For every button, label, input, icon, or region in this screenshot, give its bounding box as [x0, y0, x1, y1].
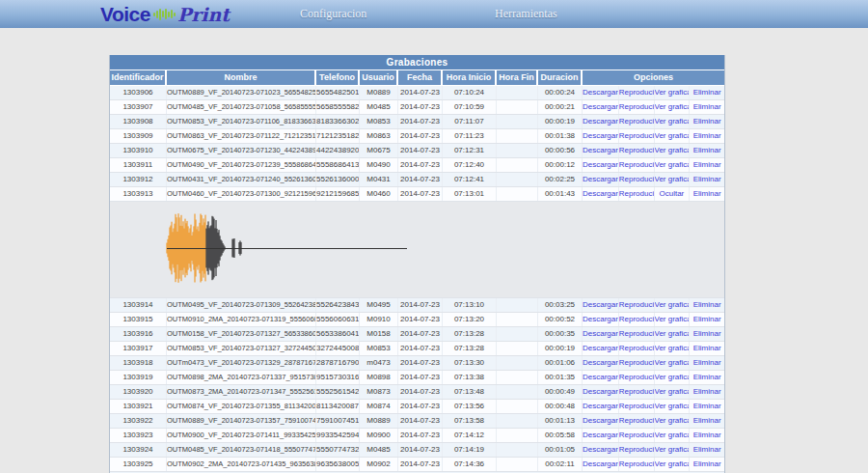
- reproducir-link[interactable]: Reproducir: [618, 158, 654, 172]
- reproducir-link[interactable]: Reproducir: [618, 429, 654, 442]
- reproducir-link[interactable]: Reproducir: [618, 129, 654, 143]
- ver-grafica-link[interactable]: Ver grafica: [654, 356, 690, 370]
- cell-nombre: OUTM0874_VF_20140723-071355_8113420087: [167, 400, 316, 413]
- eliminar-link[interactable]: Eliminar: [689, 327, 724, 341]
- table-row: 1303916OUTM0158_VF_20140723-071327_56533…: [110, 327, 724, 342]
- eliminar-link[interactable]: Eliminar: [689, 414, 724, 428]
- descargar-link[interactable]: Descargar: [583, 443, 618, 457]
- ver-grafica-link[interactable]: Ver grafica: [654, 414, 690, 428]
- ver-grafica-link[interactable]: Ver grafica: [654, 158, 690, 172]
- cell-hora-inicio: 07:13:28: [443, 342, 497, 355]
- cell-usuario: M0889: [360, 414, 398, 428]
- cell-duracion: 00:00:19: [538, 115, 583, 128]
- reproducir-link[interactable]: Reproducir: [618, 443, 654, 457]
- ver-grafica-link[interactable]: Ver grafica: [654, 385, 690, 399]
- reproducir-link[interactable]: Reproducir: [618, 458, 654, 471]
- cell-usuario: M0490: [360, 158, 398, 172]
- nav-item-configuracion[interactable]: Configuracion: [300, 7, 366, 21]
- descargar-link[interactable]: Descargar: [583, 385, 618, 399]
- reproducir-link[interactable]: Reproducir: [618, 400, 654, 413]
- ver-grafica-link[interactable]: Ver grafica: [654, 144, 690, 157]
- cell-telefono: 5556060631: [316, 313, 360, 326]
- ver-grafica-link[interactable]: Ver grafica: [654, 173, 690, 186]
- waveform-graphic: [110, 202, 724, 297]
- eliminar-link[interactable]: Eliminar: [689, 443, 724, 457]
- eliminar-link[interactable]: Eliminar: [689, 144, 724, 157]
- descargar-link[interactable]: Descargar: [583, 342, 618, 355]
- descargar-link[interactable]: Descargar: [583, 298, 618, 312]
- descargar-link[interactable]: Descargar: [583, 313, 618, 326]
- reproducir-link[interactable]: Reproducir: [618, 371, 654, 384]
- eliminar-link[interactable]: Eliminar: [689, 356, 724, 370]
- descargar-link[interactable]: Descargar: [583, 458, 618, 471]
- ver-grafica-link[interactable]: Ver grafica: [654, 400, 690, 413]
- eliminar-link[interactable]: Eliminar: [689, 342, 724, 355]
- descargar-link[interactable]: Descargar: [583, 327, 618, 341]
- descargar-link[interactable]: Descargar: [583, 86, 618, 99]
- ver-grafica-link[interactable]: Ver grafica: [654, 100, 690, 114]
- cell-hora-fin: [497, 385, 538, 399]
- reproducir-link[interactable]: Reproducir: [618, 385, 654, 399]
- cell-nombre: OUTM0898_2MA_20140723-071337_9515730316: [167, 371, 316, 384]
- reproducir-link[interactable]: Reproducir: [618, 313, 654, 326]
- nav-item-herramientas[interactable]: Herramientas: [495, 7, 557, 21]
- eliminar-link[interactable]: Eliminar: [689, 429, 724, 442]
- descargar-link[interactable]: Descargar: [583, 187, 618, 201]
- descargar-link[interactable]: Descargar: [583, 400, 618, 413]
- reproducir-link[interactable]: Reproducir: [618, 342, 654, 355]
- descargar-link[interactable]: Descargar: [583, 414, 618, 428]
- ver-grafica-link[interactable]: Ver grafica: [654, 129, 690, 143]
- eliminar-link[interactable]: Eliminar: [689, 385, 724, 399]
- ver-grafica-link[interactable]: Ver grafica: [654, 443, 690, 457]
- eliminar-link[interactable]: Eliminar: [689, 371, 724, 384]
- ver-grafica-link[interactable]: Ver grafica: [654, 327, 690, 341]
- eliminar-link[interactable]: Eliminar: [689, 129, 724, 143]
- eliminar-link[interactable]: Eliminar: [689, 313, 724, 326]
- column-header-nombre: Nombre: [167, 70, 316, 85]
- descargar-link[interactable]: Descargar: [583, 173, 618, 186]
- descargar-link[interactable]: Descargar: [583, 115, 618, 128]
- cell-fecha: 2014-07-23: [398, 385, 443, 399]
- descargar-link[interactable]: Descargar: [583, 144, 618, 157]
- cell-nombre: OUTM0889_VF_20140723-071357_7591007451: [167, 414, 316, 428]
- cell-hora-inicio: 07:12:40: [443, 158, 497, 172]
- eliminar-link[interactable]: Eliminar: [689, 86, 724, 99]
- reproducir-link[interactable]: Reproducir: [618, 327, 654, 341]
- reproducir-link[interactable]: Reproducir: [618, 100, 654, 114]
- reproducir-link[interactable]: Reproducir: [618, 298, 654, 312]
- descargar-link[interactable]: Descargar: [583, 158, 618, 172]
- ver-grafica-link[interactable]: Ver grafica: [654, 115, 690, 128]
- reproducir-link[interactable]: Reproducir: [618, 86, 654, 99]
- eliminar-link[interactable]: Eliminar: [689, 298, 724, 312]
- descargar-link[interactable]: Descargar: [583, 371, 618, 384]
- eliminar-link[interactable]: Eliminar: [689, 173, 724, 186]
- reproducir-link[interactable]: Reproducir: [618, 187, 654, 201]
- reproducir-link[interactable]: Reproducir: [618, 356, 654, 370]
- eliminar-link[interactable]: Eliminar: [689, 115, 724, 128]
- descargar-link[interactable]: Descargar: [583, 429, 618, 442]
- ver-grafica-link[interactable]: Ver grafica: [654, 86, 690, 99]
- descargar-link[interactable]: Descargar: [583, 356, 618, 370]
- reproducir-link[interactable]: Reproducir: [618, 144, 654, 157]
- app-logo[interactable]: Voice Print: [100, 1, 230, 27]
- cell-nombre: OUTM0889_VF_20140723-071023_5655482501: [167, 86, 316, 99]
- eliminar-link[interactable]: Eliminar: [689, 187, 724, 201]
- ocultar-link[interactable]: Ocultar: [654, 187, 690, 201]
- descargar-link[interactable]: Descargar: [583, 129, 618, 143]
- reproducir-link[interactable]: Reproducir: [618, 115, 654, 128]
- eliminar-link[interactable]: Eliminar: [689, 400, 724, 413]
- ver-grafica-link[interactable]: Ver grafica: [654, 313, 690, 326]
- ver-grafica-link[interactable]: Ver grafica: [654, 371, 690, 384]
- eliminar-link[interactable]: Eliminar: [689, 158, 724, 172]
- ver-grafica-link[interactable]: Ver grafica: [654, 342, 690, 355]
- ver-grafica-link[interactable]: Ver grafica: [654, 429, 690, 442]
- eliminar-link[interactable]: Eliminar: [689, 100, 724, 114]
- reproducir-link[interactable]: Reproducir: [618, 414, 654, 428]
- ver-grafica-link[interactable]: Ver grafica: [654, 298, 690, 312]
- descargar-link[interactable]: Descargar: [583, 100, 618, 114]
- cell-fecha: 2014-07-23: [398, 313, 443, 326]
- eliminar-link[interactable]: Eliminar: [689, 458, 724, 471]
- reproducir-link[interactable]: Reproducir: [618, 173, 654, 186]
- cell-hora-fin: [497, 158, 538, 172]
- ver-grafica-link[interactable]: Ver grafica: [654, 458, 690, 471]
